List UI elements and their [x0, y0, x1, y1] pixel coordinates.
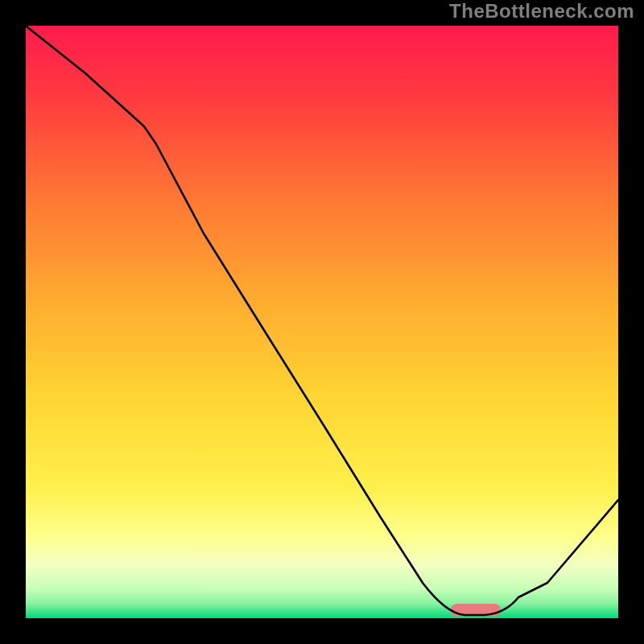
gradient-background — [26, 26, 618, 618]
watermark-text: TheBottleneck.com — [449, 0, 634, 23]
bottleneck-chart — [26, 26, 618, 618]
chart-frame: TheBottleneck.com — [0, 0, 644, 644]
